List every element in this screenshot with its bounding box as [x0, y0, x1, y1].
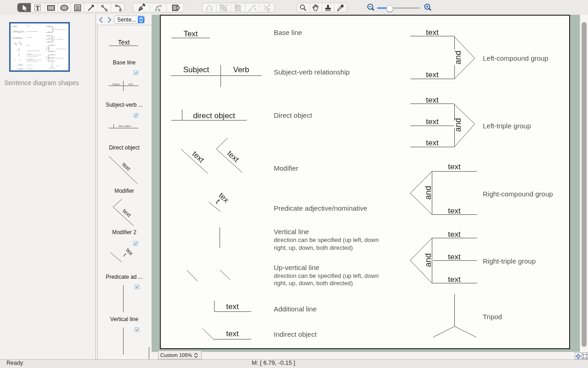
- svg-text:Predicate ad ...: Predicate ad ...: [106, 274, 143, 280]
- svg-text:text: text: [121, 207, 132, 218]
- svg-text:Verb: Verb: [128, 83, 133, 86]
- svg-text:Modifier: Modifier: [114, 188, 134, 194]
- svg-text:Direct object: Direct object: [109, 144, 140, 151]
- svg-text:Modifier 2: Modifier 2: [112, 229, 136, 236]
- svg-text:Base line: Base line: [113, 59, 136, 66]
- svg-text:t: t: [122, 252, 128, 258]
- svg-text:Subject: Subject: [113, 83, 120, 86]
- svg-text:Subject-verb ...: Subject-verb ...: [106, 102, 143, 108]
- svg-text:tex: tex: [124, 247, 134, 257]
- svg-text:Vertical line: Vertical line: [110, 316, 139, 322]
- svg-text:text: text: [121, 161, 132, 172]
- svg-text:direct object: direct object: [119, 125, 131, 127]
- svg-text:Text: Text: [118, 39, 130, 46]
